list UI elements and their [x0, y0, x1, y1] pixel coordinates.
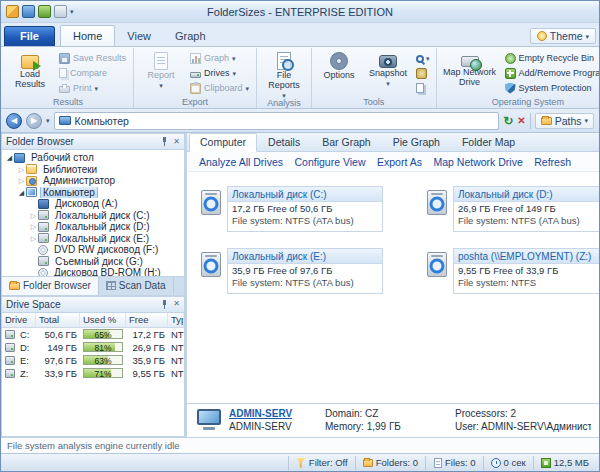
pin-icon[interactable] — [160, 137, 169, 146]
tree-item[interactable]: Дисковод (A:) — [2, 198, 184, 210]
column-header-used[interactable]: Used % — [80, 313, 126, 327]
history-chevron-icon[interactable]: ▾ — [46, 117, 50, 124]
analyze-quick-icon[interactable] — [38, 5, 51, 18]
toolbar-link-configure-view[interactable]: Configure View — [295, 156, 366, 168]
tree-item[interactable]: ▷Администратор — [2, 175, 184, 187]
tree-item[interactable]: Дисковод BD-ROM (H:) — [2, 267, 184, 277]
drives-button[interactable]: Drives ▾ — [187, 66, 252, 80]
forward-button[interactable]: ▶ — [26, 113, 42, 129]
tree-expander-icon[interactable]: ◢ — [5, 154, 14, 161]
options-button[interactable]: Options — [316, 50, 362, 96]
usage-label: 81% — [84, 343, 122, 351]
tree-item[interactable]: Съемный диск (G:) — [2, 256, 184, 268]
tree-item[interactable]: ▷Локальный диск (D:) — [2, 221, 184, 233]
paths-button[interactable]: Paths ▾ — [535, 113, 594, 129]
drive-free-space: 17,2 ГБ Free of 50,6 ГБ — [228, 202, 382, 214]
tools-quick-icon[interactable] — [54, 5, 67, 18]
drive-card[interactable]: poshta (\\EMPLOYMENT) (Z:)9,55 ГБ Free o… — [427, 248, 599, 294]
engine-status-message: File system analysis engine currently id… — [7, 440, 180, 451]
main-tab-pie-graph[interactable]: Pie Graph — [382, 133, 451, 152]
main-tab-bar-graph[interactable]: Bar Graph — [311, 133, 381, 152]
computer-name-link[interactable]: ADMIN-SERV — [229, 408, 325, 419]
file-reports-button[interactable]: File Reports ▾ — [261, 50, 307, 99]
snapshot-button[interactable]: Snapshot ▾ — [365, 50, 411, 96]
close-icon[interactable]: ✕ — [173, 300, 180, 308]
load-results-quick-icon[interactable] — [22, 5, 35, 18]
theme-button[interactable]: Theme ▾ — [530, 28, 596, 44]
drive-name: Локальный диск (D:) — [454, 187, 599, 202]
tree-item[interactable]: ▷Библиотеки — [2, 164, 184, 176]
tree-expander-icon[interactable]: ▷ — [29, 223, 38, 230]
system-protection-button[interactable]: System Protection — [502, 81, 599, 95]
drive-card[interactable]: Локальный диск (E:)35,9 ГБ Free of 97,6 … — [201, 248, 383, 294]
file-tab[interactable]: File — [4, 26, 55, 46]
stop-icon[interactable]: ✕ — [517, 116, 525, 126]
main-tab-computer[interactable]: Computer — [189, 133, 257, 152]
scale-tool-button[interactable] — [414, 66, 432, 80]
toolbar-link-refresh[interactable]: Refresh — [534, 156, 571, 168]
refresh-icon[interactable]: ↻ — [503, 115, 513, 127]
toolbar-link-analyze-all-drives[interactable]: Analyze All Drives — [199, 156, 283, 168]
search-tool-button[interactable]: ▾ — [414, 51, 432, 65]
tree-expander-icon[interactable]: ▷ — [29, 235, 38, 242]
tree-expander-icon[interactable]: ▷ — [17, 177, 26, 184]
tree-expander-icon[interactable]: ▷ — [29, 212, 38, 219]
drive-row[interactable]: D:149 ГБ81%26,9 ГБNTFS — [2, 341, 184, 354]
drive-row[interactable]: Z:33,9 ГБ71%9,55 ГБNTFS — [2, 367, 184, 380]
address-input[interactable]: Компьютер — [54, 112, 500, 130]
drive-cards: Локальный диск (C:)17,2 ГБ Free of 50,6 … — [187, 172, 599, 403]
load-results-button[interactable]: Load Results — [7, 50, 53, 96]
drive-card[interactable]: Локальный диск (C:)17,2 ГБ Free of 50,6 … — [201, 186, 383, 232]
tab-graph[interactable]: Graph — [163, 26, 218, 46]
system-user: User: ADMIN-SERV\Администратор — [455, 421, 591, 432]
drive-row[interactable]: E:97,6 ГБ63%35,9 ГБNTFS — [2, 354, 184, 367]
pin-icon[interactable] — [160, 300, 169, 309]
ribbon-group-operating-system: Map Network Drive Empty Recycle Bin Add/… — [437, 48, 599, 108]
drive-card[interactable]: Локальный диск (D:)26,9 ГБ Free of 149 Г… — [427, 186, 599, 232]
drive-icon — [38, 233, 49, 243]
toolbar-link-export-as[interactable]: Export As — [377, 156, 422, 168]
print-button[interactable]: Print ▾ — [56, 81, 129, 95]
drive-row[interactable]: C:50,6 ГБ65%17,2 ГБNTFS — [2, 328, 184, 341]
print-label: Print — [73, 83, 92, 93]
drive-cell: C: — [2, 329, 36, 340]
report-button[interactable]: Report ▾ — [138, 50, 184, 96]
tree-expander-icon[interactable]: ◢ — [17, 189, 26, 196]
drive-icon — [5, 356, 15, 365]
column-header-type[interactable]: Type — [168, 313, 184, 327]
duplicate-tool-button[interactable] — [414, 81, 432, 95]
tab-home[interactable]: Home — [60, 25, 115, 46]
status-segment-memory: 12,5 МБ — [533, 456, 596, 470]
tab-view[interactable]: View — [115, 26, 163, 46]
address-bar: ◀ ▶ ▾ Компьютер ↻ ✕ Paths ▾ — [1, 109, 599, 133]
column-header-total[interactable]: Total — [36, 313, 80, 327]
empty-recycle-bin-button[interactable]: Empty Recycle Bin — [502, 51, 599, 65]
add-remove-programs-button[interactable]: Add/Remove Programs — [502, 66, 599, 80]
column-header-drive[interactable]: Drive — [2, 313, 36, 327]
compare-button[interactable]: Compare — [56, 66, 129, 80]
main-tab-details[interactable]: Details — [257, 133, 311, 152]
main-tab-folder-map[interactable]: Folder Map — [451, 133, 526, 152]
drive-icon — [427, 252, 447, 277]
map-network-drive-button[interactable]: Map Network Drive — [441, 50, 499, 96]
load-results-icon — [21, 55, 39, 69]
quick-access-chevron-icon[interactable]: ▾ — [70, 8, 74, 16]
tree-item[interactable]: DVD RW дисковод (F:) — [2, 244, 184, 256]
graph-button[interactable]: Graph ▾ — [187, 51, 252, 65]
drive-icon — [38, 256, 49, 266]
clipboard-button[interactable]: Clipboard ▾ — [187, 81, 252, 95]
tree-item[interactable]: ◢Рабочий стол — [2, 152, 184, 164]
tab-folder-browser[interactable]: Folder Browser — [2, 277, 99, 295]
tree-item[interactable]: ◢Компьютер — [2, 187, 184, 199]
close-icon[interactable]: ✕ — [173, 138, 180, 146]
back-button[interactable]: ◀ — [6, 113, 22, 129]
filter-icon — [296, 458, 306, 468]
tree-item[interactable]: ▷Локальный диск (E:) — [2, 233, 184, 245]
toolbar-link-map-network-drive[interactable]: Map Network Drive — [433, 156, 522, 168]
tab-scan-data[interactable]: Scan Data — [99, 277, 174, 295]
tree-expander-icon[interactable]: ▷ — [17, 166, 26, 173]
column-header-free[interactable]: Free — [126, 313, 168, 327]
tree-item[interactable]: ▷Локальный диск (C:) — [2, 210, 184, 222]
status-segment-clock: 0 сек — [483, 456, 533, 470]
save-results-button[interactable]: Save Results — [56, 51, 129, 65]
